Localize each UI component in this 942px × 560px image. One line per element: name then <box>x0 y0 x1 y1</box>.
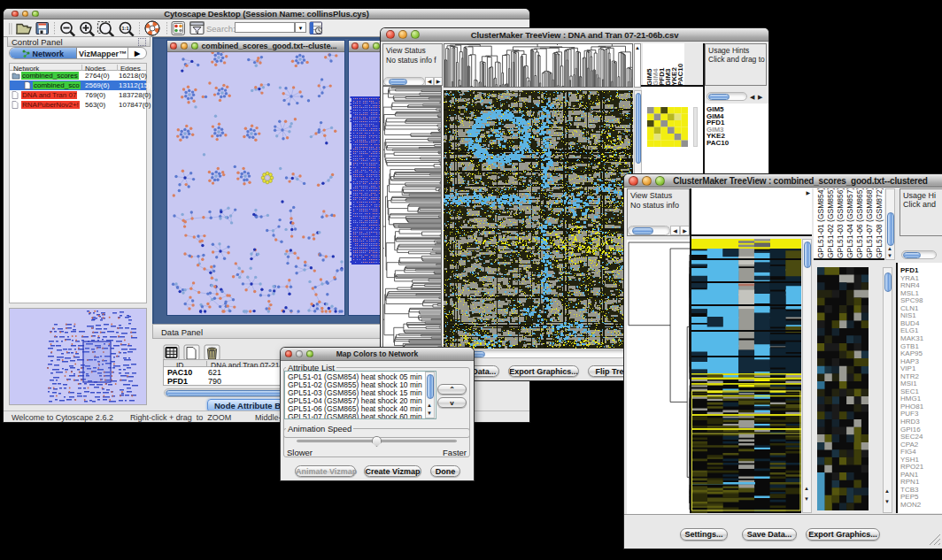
svg-text:1:1: 1:1 <box>122 26 129 31</box>
